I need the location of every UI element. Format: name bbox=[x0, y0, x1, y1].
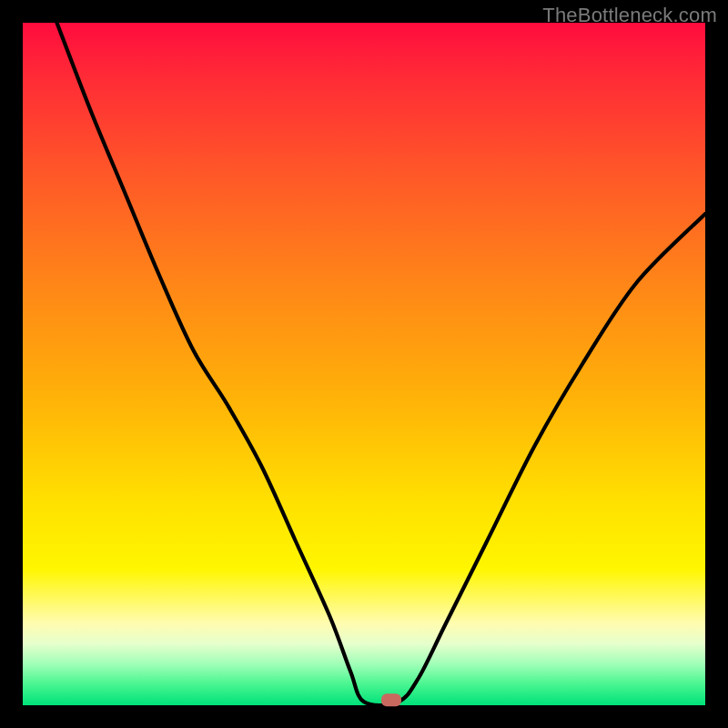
chart-frame: TheBottleneck.com bbox=[0, 0, 728, 728]
plot-area bbox=[23, 23, 705, 705]
watermark-text: TheBottleneck.com bbox=[542, 4, 717, 27]
optimal-marker bbox=[381, 693, 401, 706]
curve-svg bbox=[23, 23, 705, 705]
bottleneck-curve bbox=[57, 23, 706, 705]
